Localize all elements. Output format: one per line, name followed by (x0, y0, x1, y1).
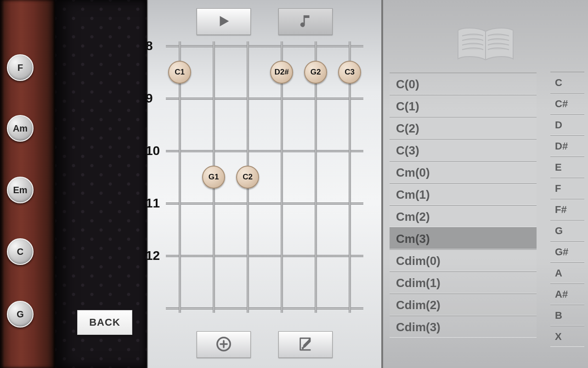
right-panel: C(0)C(1)C(2)C(3)Cm(0)Cm(1)Cm(2)Cm(3)Cdim… (382, 0, 588, 368)
fret-number: 9 (146, 91, 153, 106)
key-row[interactable]: G (550, 220, 584, 241)
fret-dot[interactable]: D2# (270, 61, 293, 84)
fretboard: 89101112 C1D2#G2C3G1C2 (166, 41, 363, 313)
chord-variant-row[interactable]: Cdim(0) (390, 249, 537, 271)
play-icon (216, 13, 232, 30)
play-button[interactable] (197, 8, 251, 35)
key-row[interactable]: G# (550, 241, 584, 262)
fret-dot[interactable]: G2 (304, 61, 327, 84)
key-row[interactable]: D# (550, 135, 584, 156)
plus-circle-icon (216, 336, 232, 353)
chord-variant-row[interactable]: C(3) (390, 139, 537, 161)
song-mode-button[interactable] (278, 8, 333, 35)
add-button[interactable] (197, 331, 251, 358)
chord-variant-row[interactable]: Cm(2) (390, 205, 537, 227)
chord-variant-row[interactable]: Cdim(1) (390, 271, 537, 293)
key-row[interactable]: A (550, 262, 584, 283)
center-panel: 89101112 C1D2#G2C3G1C2 (147, 0, 382, 368)
back-button[interactable]: BACK (77, 310, 132, 335)
center-bottom-toolbar (197, 331, 333, 358)
chord-preset-button[interactable]: Am (7, 115, 34, 142)
chord-preset-button[interactable]: Em (7, 177, 34, 203)
chord-variant-row[interactable]: Cdim(2) (390, 293, 537, 316)
key-row[interactable]: E (550, 156, 584, 178)
fret-number: 12 (146, 248, 160, 263)
key-list: CC#DD#EFF#GG#AA#BX (550, 72, 584, 347)
chord-preset-button[interactable]: F (7, 54, 34, 81)
key-row[interactable]: D (550, 114, 584, 135)
chord-variant-list: C(0)C(1)C(2)C(3)Cm(0)Cm(1)Cm(2)Cm(3)Cdim… (390, 73, 537, 338)
chord-variant-row[interactable]: C(1) (390, 95, 537, 117)
string-lines (166, 41, 363, 313)
edit-note-icon (298, 336, 313, 353)
center-toolbar (197, 8, 333, 35)
chord-variant-row[interactable]: Cm(1) (390, 183, 537, 205)
fret-dot[interactable]: C2 (236, 166, 259, 189)
chord-variant-row[interactable]: C(0) (390, 73, 537, 95)
fret-number: 11 (146, 196, 160, 211)
chord-preset-button[interactable]: G (7, 301, 34, 328)
key-row[interactable]: X (550, 326, 584, 347)
fret-dot[interactable]: C3 (338, 61, 361, 84)
music-note-icon (298, 13, 313, 30)
chord-variant-row[interactable]: Cm(3) (390, 227, 537, 249)
chord-book-icon (456, 27, 515, 64)
chord-variant-row[interactable]: Cm(0) (390, 161, 537, 183)
fret-number: 8 (146, 39, 153, 53)
key-row[interactable]: F# (550, 199, 584, 220)
chord-preset-button[interactable]: C (7, 238, 34, 265)
left-panel: F Am Em C G BACK (0, 0, 147, 368)
key-row[interactable]: F (550, 178, 584, 199)
fret-dot[interactable]: C1 (168, 61, 191, 84)
chord-variant-row[interactable]: C(2) (390, 117, 537, 139)
fret-dot[interactable]: G1 (202, 166, 225, 189)
key-row[interactable]: B (550, 305, 584, 326)
key-row[interactable]: C (550, 72, 584, 93)
edit-button[interactable] (278, 331, 333, 358)
chord-variant-row[interactable]: Cdim(3) (390, 316, 537, 338)
key-row[interactable]: C# (550, 93, 584, 114)
key-row[interactable]: A# (550, 283, 584, 305)
fret-number: 10 (146, 144, 160, 158)
